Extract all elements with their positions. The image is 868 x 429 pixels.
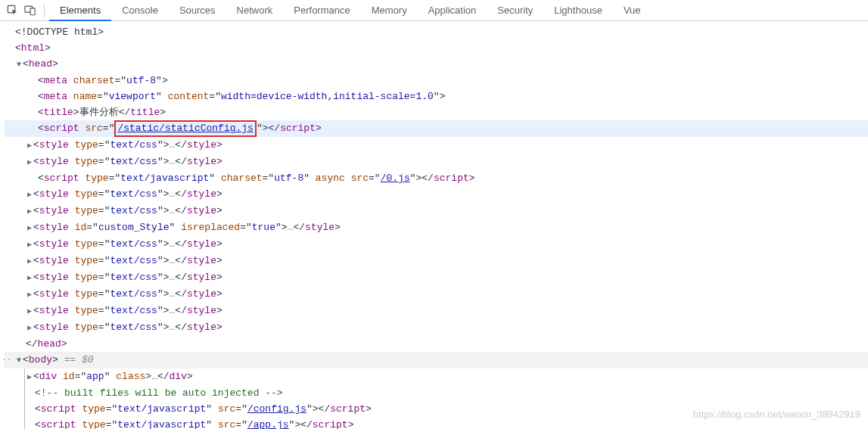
dom-node-title[interactable]: <title>事件分析</title> xyxy=(5,104,868,120)
dom-node-style[interactable]: <style type="text/css">…</style> xyxy=(5,319,868,336)
punct: > xyxy=(216,188,222,200)
toggle-arrow-icon[interactable] xyxy=(26,369,33,385)
tag-script: script xyxy=(280,123,316,134)
punct: <!DOCTYPE xyxy=(15,26,74,38)
punct: > xyxy=(163,305,170,316)
dom-node-html-open[interactable]: <html> xyxy=(5,40,868,56)
attr-value: utf-8 xyxy=(274,173,303,184)
dom-node-script-0js[interactable]: <script type="text/javascript" charset="… xyxy=(5,170,868,186)
dom-node-style[interactable]: <style type="text/css">…</style> xyxy=(5,253,868,269)
tab-vue[interactable]: Vue xyxy=(613,0,652,20)
tab-application[interactable]: Application xyxy=(418,0,487,20)
punct: > xyxy=(163,322,170,333)
punct: < xyxy=(33,305,39,316)
link-app-js[interactable]: /app.js xyxy=(247,419,289,429)
punct: </ xyxy=(175,188,187,200)
punct: < xyxy=(33,322,39,333)
toggle-arrow-icon[interactable] xyxy=(26,303,33,319)
punct: </ xyxy=(157,371,170,382)
elements-tree[interactable]: <!DOCTYPE html> <html> <head> <meta char… xyxy=(0,21,868,429)
toggle-arrow-icon[interactable] xyxy=(15,57,23,73)
attr-name: type xyxy=(75,156,98,167)
punct: < xyxy=(33,188,39,200)
toggle-arrow-icon[interactable] xyxy=(26,320,33,336)
inspect-element-icon[interactable] xyxy=(3,2,21,20)
toggle-arrow-icon[interactable] xyxy=(26,237,33,253)
tab-elements[interactable]: Elements xyxy=(49,0,111,20)
punct: < xyxy=(38,107,44,118)
punct: < xyxy=(23,58,29,70)
attr-value: viewport xyxy=(109,91,156,102)
toolbar-divider xyxy=(44,4,45,17)
dom-node-style[interactable]: <style type="text/css">…</style> xyxy=(5,269,868,286)
tag-style: style xyxy=(187,255,216,266)
dom-node-comment[interactable]: <!-- built files will be auto injected -… xyxy=(5,385,868,401)
dom-node-style[interactable]: <style type="text/css">…</style> xyxy=(5,203,868,219)
toggle-arrow-icon[interactable] xyxy=(15,353,23,368)
punct: = xyxy=(369,173,375,184)
punct: > xyxy=(163,205,170,216)
link-config-js[interactable]: /config.js xyxy=(247,403,306,415)
attr-name: name xyxy=(73,91,97,102)
tab-memory[interactable]: Memory xyxy=(361,0,418,20)
tag-style: style xyxy=(39,322,69,333)
punct: > xyxy=(163,156,170,167)
attr-name: type xyxy=(75,188,98,200)
dom-node-doctype[interactable]: <!DOCTYPE html> xyxy=(5,24,868,40)
toggle-arrow-icon[interactable] xyxy=(26,154,33,170)
tab-console[interactable]: Console xyxy=(111,0,169,20)
dom-node-meta-charset[interactable]: <meta charset="utf-8"> xyxy=(5,73,868,89)
dom-node-style-custom[interactable]: <style id="custom_Style" isreplaced="tru… xyxy=(5,219,868,236)
punct: " xyxy=(157,188,163,200)
punct: = xyxy=(98,139,104,151)
toggle-arrow-icon[interactable] xyxy=(26,187,33,203)
devtools-toolbar: Elements Console Sources Network Perform… xyxy=(0,0,868,21)
dom-node-meta-viewport[interactable]: <meta name="viewport" content="width=dev… xyxy=(5,89,868,104)
link-0js[interactable]: /0.js xyxy=(381,173,410,184)
attr-name: isreplaced xyxy=(181,222,240,233)
dom-node-script-staticconfig[interactable]: <script src="/static/staticConfig.js"></… xyxy=(5,120,868,137)
tab-lighthouse[interactable]: Lighthouse xyxy=(543,0,613,20)
dom-node-style[interactable]: <style type="text/css">…</style> xyxy=(5,186,868,203)
device-toggle-icon[interactable] xyxy=(21,2,39,20)
svg-rect-2 xyxy=(30,8,35,15)
toggle-arrow-icon[interactable] xyxy=(26,270,33,286)
attr-name: type xyxy=(75,272,98,283)
toggle-arrow-icon[interactable] xyxy=(26,204,33,219)
selection-bullets: ·· xyxy=(2,352,11,368)
toggle-arrow-icon[interactable] xyxy=(26,253,33,269)
tab-security[interactable]: Security xyxy=(487,0,543,20)
toggle-arrow-icon[interactable] xyxy=(26,287,33,303)
dom-node-style[interactable]: <style type="text/css">…</style> xyxy=(5,303,868,319)
punct: > xyxy=(216,156,222,167)
dom-node-style[interactable]: <style type="text/css">…</style> xyxy=(5,137,868,154)
punct: </ xyxy=(26,338,38,350)
dom-node-head-close[interactable]: </head> xyxy=(5,336,868,352)
punct: </ xyxy=(319,403,331,415)
tab-network[interactable]: Network xyxy=(226,0,284,20)
devtools-tabs: Elements Console Sources Network Perform… xyxy=(49,0,652,20)
punct: > xyxy=(216,305,222,316)
toggle-arrow-icon[interactable] xyxy=(26,138,33,154)
punct: </ xyxy=(269,123,281,134)
dom-node-div-app[interactable]: <div id="app" class>…</div> xyxy=(5,368,868,385)
punct: > xyxy=(52,354,58,365)
punct: > xyxy=(440,91,446,102)
tag-style: style xyxy=(39,139,69,151)
tab-performance[interactable]: Performance xyxy=(283,0,360,20)
dom-node-head-open[interactable]: <head> xyxy=(5,56,868,73)
attr-name: src xyxy=(351,173,369,184)
tab-sources[interactable]: Sources xyxy=(169,0,226,20)
punct: </ xyxy=(300,419,313,429)
dom-node-style[interactable]: <style type="text/css">…</style> xyxy=(5,236,868,253)
dom-node-body-open[interactable]: ··<body> == $0 xyxy=(5,352,868,368)
punct: </ xyxy=(175,322,187,333)
punct: " xyxy=(157,156,163,167)
link-staticconfig[interactable]: /static/staticConfig.js xyxy=(117,123,253,134)
tag-style: style xyxy=(187,205,216,216)
dom-node-style[interactable]: <style type="text/css">…</style> xyxy=(5,286,868,303)
toggle-arrow-icon[interactable] xyxy=(26,220,33,236)
punct: < xyxy=(38,75,44,86)
dom-node-style[interactable]: <style type="text/css">…</style> xyxy=(5,154,868,170)
punct: = xyxy=(98,156,104,167)
